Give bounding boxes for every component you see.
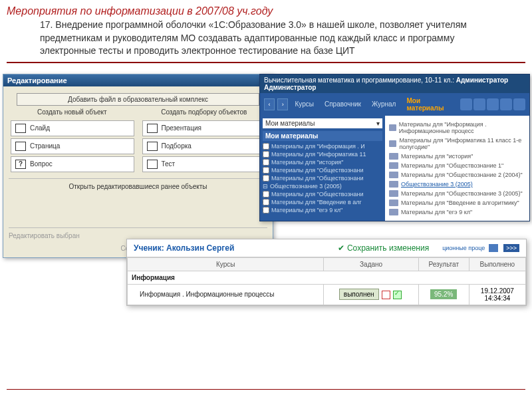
tree-item[interactable]: Материалы для "Информатика 11 <box>263 150 382 158</box>
folder-icon <box>389 181 398 188</box>
result-cell: 95.2% <box>418 284 469 305</box>
tree-item[interactable]: Материалы для "Обществознани <box>263 190 382 198</box>
tab-journal[interactable]: Журнал <box>368 99 400 109</box>
back-button[interactable]: ‹ <box>264 98 275 110</box>
assigned-cell: выполнен <box>324 284 418 305</box>
slide-title: Мероприятия по информатизации в 2007/08 … <box>0 0 532 17</box>
window-title: Редактирование <box>3 74 273 86</box>
tree-item[interactable]: Материалы для "Обществознани <box>263 174 382 182</box>
checked-icon[interactable] <box>393 291 402 299</box>
table-row: Информация . Информационные процессы вып… <box>128 284 526 305</box>
nav-bar: ‹ › Курсы Справочник Журнал Мои материал… <box>260 93 529 116</box>
collection-icon <box>147 142 158 151</box>
open-previous-label: Открыть редактировавшиеся ранее объекты <box>9 183 267 190</box>
tool-icon[interactable] <box>487 98 499 110</box>
folder-icon <box>389 140 396 147</box>
tree-item[interactable]: Материалы для "Обществознани <box>263 166 382 174</box>
tool-icon[interactable] <box>513 98 525 110</box>
tree-item[interactable]: Материалы для "Информация . И <box>263 142 382 150</box>
course-name: Информация . Информационные процессы <box>128 284 324 305</box>
presentation-label: Презентация <box>162 124 201 132</box>
folder-icon <box>389 153 398 160</box>
col-assigned: Задано <box>324 257 418 271</box>
folder-item[interactable]: Материалы для "Информация . Информационн… <box>389 120 525 136</box>
chevron-down-icon: ▾ <box>376 120 380 127</box>
presentation-icon <box>147 124 158 133</box>
left-panel: Мои материалы▾ Мои материалы Материалы д… <box>260 116 385 221</box>
add-file-button[interactable]: Добавить файл в образовательный комплекс <box>17 93 260 106</box>
toolbar-icons <box>460 98 525 110</box>
col-result: Результат <box>418 257 469 271</box>
materials-window: Вычислительная математика и программиров… <box>259 74 530 221</box>
divider <box>7 62 525 63</box>
right-panel: Материалы для "Информация . Информационн… <box>385 116 529 221</box>
folder-item[interactable]: Материалы для "Информатика 11 класс 1-е … <box>389 136 525 152</box>
tool-icon[interactable] <box>473 98 485 110</box>
editor-window: Редактирование Добавить файл в образоват… <box>3 74 273 258</box>
question-button[interactable]: ?Вопрос <box>11 156 134 172</box>
window2-title: Вычислительная математика и программиров… <box>260 74 529 93</box>
done-cell: 19.12.200714:34:34 <box>469 284 525 305</box>
test-button[interactable]: Тест <box>142 156 266 172</box>
tool-icon[interactable] <box>460 98 472 110</box>
divider <box>7 389 525 390</box>
folder-icon <box>389 162 398 169</box>
unchecked-icon[interactable] <box>382 291 390 299</box>
results-window: Ученик: Акользин Сергей Сохранить измене… <box>126 239 527 306</box>
tree-item[interactable]: Материалы для "история" <box>263 158 382 166</box>
tree-item[interactable]: Материалы для "егэ 9 кл" <box>263 206 382 214</box>
save-icon[interactable] <box>489 244 498 252</box>
page-label: Страница <box>30 142 60 150</box>
create-collection-label: Создать подборку объектов <box>141 108 268 116</box>
section-row: Информация <box>128 271 526 284</box>
folder-item[interactable]: Материалы для "Обществознание 2 (2004)" <box>389 170 525 180</box>
folder-icon <box>389 124 396 131</box>
folder-icon <box>389 190 398 197</box>
tab-mine[interactable]: Мои материалы <box>402 96 458 113</box>
folder-icon <box>389 200 398 206</box>
collection-label: Подборка <box>162 142 192 150</box>
folder-item[interactable]: Материалы для "Введение в алгоритмику" <box>389 198 525 207</box>
question-icon: ? <box>15 160 26 169</box>
page-button[interactable]: Страница <box>11 138 134 154</box>
tree-item[interactable]: ⊟ Обществознание 3 (2005) <box>263 182 382 190</box>
fwd-button[interactable]: › <box>277 98 288 110</box>
page-icon <box>15 142 26 151</box>
test-icon <box>147 160 158 169</box>
tab-ref[interactable]: Справочник <box>321 99 365 109</box>
arrow-button[interactable]: >>> <box>503 244 519 252</box>
folder-item[interactable]: Материалы для "Обществознание 1" <box>389 161 525 170</box>
collection-button[interactable]: Подборка <box>142 138 266 154</box>
presentation-button[interactable]: Презентация <box>142 120 266 136</box>
results-table: Курсы Задано Результат Выполнено Информа… <box>127 257 526 305</box>
slide-body: 17. Внедрение программной оболочки «1С:О… <box>0 17 532 62</box>
folder-item[interactable]: Материалы для "егэ 9 кл" <box>389 207 525 217</box>
create-new-label: Создать новый объект <box>9 108 136 116</box>
materials-dropdown[interactable]: Мои материалы▾ <box>263 118 382 128</box>
tab-courses[interactable]: Курсы <box>291 99 317 109</box>
folder-item[interactable]: Обществознание 3 (2005) <box>389 180 525 189</box>
question-label: Вопрос <box>30 160 53 168</box>
trail-text: ционные проце <box>442 245 485 251</box>
tool-icon[interactable] <box>500 98 512 110</box>
col-done: Выполнено <box>469 257 525 271</box>
folder-item[interactable]: Материалы для "история" <box>389 152 525 161</box>
tree-item[interactable]: Материалы для "Введение в алг <box>263 198 382 206</box>
folder-icon <box>389 209 398 215</box>
panel-header: Мои материалы <box>263 131 382 141</box>
student-name: Ученик: Акользин Сергей <box>134 243 234 253</box>
save-button[interactable]: Сохранить изменения <box>338 243 429 253</box>
test-label: Тест <box>162 160 176 168</box>
col-courses: Курсы <box>128 257 324 271</box>
slide-icon <box>15 124 26 133</box>
folder-item[interactable]: Материалы для "Обществознание 3 (2005)" <box>389 189 525 198</box>
slide-button[interactable]: Слайд <box>11 120 134 136</box>
slide-label: Слайд <box>30 124 50 132</box>
folder-icon <box>389 172 398 178</box>
